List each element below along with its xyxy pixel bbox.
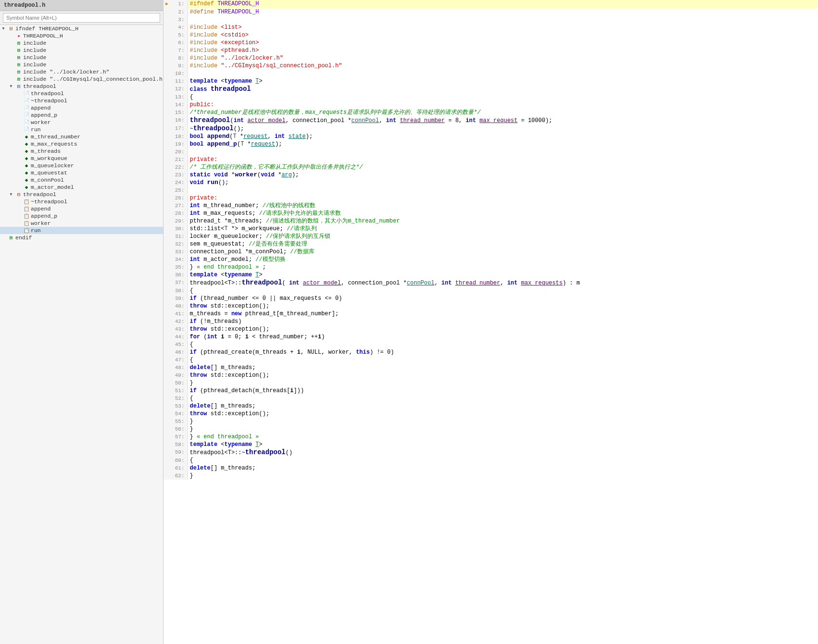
line-marker	[164, 70, 170, 77]
line-number: 37:	[170, 279, 188, 287]
line-number: 51:	[170, 387, 188, 395]
code-line-10: 10:	[164, 70, 818, 77]
code-content: static void *worker(void *arg);	[188, 171, 818, 179]
tree-item-dtor_impl[interactable]: 📋~threadpool	[0, 198, 163, 205]
tree-item-run[interactable]: 📄run	[0, 126, 163, 133]
code-area[interactable]: ►1:#ifndef THREADPOOL_H2:#define THREADP…	[164, 0, 818, 644]
tree-item-ifndef[interactable]: ▼⊟ifndef THREADPOOL_H	[0, 25, 163, 32]
tree-item-include_connpool[interactable]: ⊞include "../CGImysql/sql_connection_poo…	[0, 75, 163, 83]
tree-item-worker_impl[interactable]: 📋worker	[0, 220, 163, 227]
code-line-25: 25:	[164, 186, 818, 194]
type-icon: ◆	[22, 170, 31, 176]
type-icon: ◆	[22, 141, 31, 147]
code-content: pthread_t *m_threads; //描述线程池的数组，其大小为m_t…	[188, 217, 818, 225]
symbol-search-input[interactable]	[3, 13, 160, 23]
code-content: sem m_queuestat; //是否有任务需要处理	[188, 240, 818, 248]
code-line-32: 32: sem m_queuestat; //是否有任务需要处理	[164, 240, 818, 248]
tree-item-threadpool_impl[interactable]: ▼⊟threadpool	[0, 191, 163, 198]
tree-item-m_thread_number[interactable]: ◆m_thread_number	[0, 133, 163, 140]
code-content: #include <list>	[188, 24, 818, 31]
line-number: 17:	[170, 124, 188, 133]
line-number: 36:	[170, 271, 188, 279]
code-line-16: 16: threadpool(int actor_model, connecti…	[164, 116, 818, 124]
code-content: private:	[188, 156, 818, 163]
search-bar	[0, 11, 163, 25]
type-icon: 📋	[22, 228, 31, 234]
tree-item-threadpool_h[interactable]: ✦THREADPOOL_H	[0, 32, 163, 39]
line-marker	[164, 233, 170, 240]
line-number: 35:	[170, 263, 188, 271]
line-marker	[164, 248, 170, 256]
tree-item-m_queuestat[interactable]: ◆m_queuestat	[0, 169, 163, 176]
type-icon: ⊟	[14, 191, 23, 198]
code-line-36: 36:template <typename T>	[164, 271, 818, 279]
code-line-34: 34: int m_actor_model; //模型切换	[164, 256, 818, 263]
line-number: 59:	[170, 448, 188, 457]
tree-item-append_impl[interactable]: 📋append	[0, 205, 163, 212]
line-marker	[164, 47, 170, 54]
line-number: 53:	[170, 402, 188, 410]
line-number: 3:	[170, 16, 188, 24]
line-marker	[164, 186, 170, 194]
tree-item-include_cstdio[interactable]: ⊞include	[0, 47, 163, 54]
tree-item-m_connPool[interactable]: ◆m_connPool	[0, 176, 163, 184]
line-marker	[164, 116, 170, 124]
tree-item-m_queuelocker[interactable]: ◆m_queuelocker	[0, 162, 163, 169]
line-number: 2:	[170, 8, 188, 16]
tree-label: include "../CGImysql/sql_connection_pool…	[23, 76, 163, 82]
tree-item-worker[interactable]: 📄worker	[0, 119, 163, 126]
tree-item-endif[interactable]: ⊞endif	[0, 234, 163, 241]
code-line-22: 22: /* 工作线程运行的函数，它不断从工作队列中取出任务并执行之*/	[164, 163, 818, 171]
code-content: locker m_queuelocker; //保护请求队列的互斥锁	[188, 233, 818, 240]
tree-label: append_p	[31, 112, 57, 118]
tree-item-include_pthread[interactable]: ⊞include	[0, 61, 163, 68]
code-line-37: 37:threadpool<T>::threadpool( int actor_…	[164, 279, 818, 287]
code-content: threadpool(int actor_model, connection_p…	[188, 116, 818, 124]
code-content: delete[] m_threads;	[188, 364, 818, 372]
line-marker	[164, 271, 170, 279]
tree-item-m_max_requests[interactable]: ◆m_max_requests	[0, 140, 163, 148]
tree-item-include_locker[interactable]: ⊞include "../lock/locker.h"	[0, 68, 163, 75]
tree-item-include_exception[interactable]: ⊞include	[0, 54, 163, 61]
line-marker	[164, 464, 170, 472]
line-number: 18:	[170, 133, 188, 140]
code-content: bool append(T *request, int state);	[188, 133, 818, 140]
line-marker	[164, 341, 170, 348]
code-line-38: 38:{	[164, 287, 818, 295]
tree-label: threadpool	[31, 90, 64, 97]
tree-item-m_workqueue[interactable]: ◆m_workqueue	[0, 155, 163, 162]
line-number: 20:	[170, 148, 188, 156]
tree-label: m_actor_model	[31, 184, 74, 190]
tree-item-ctor[interactable]: 📄threadpool	[0, 90, 163, 97]
code-line-41: 41: m_threads = new pthread_t[m_thread_n…	[164, 310, 818, 318]
code-content: int m_actor_model; //模型切换	[188, 256, 818, 263]
line-number: 57:	[170, 433, 188, 441]
line-marker	[164, 39, 170, 47]
tree-item-dtor[interactable]: 📄~threadpool	[0, 97, 163, 104]
code-line-49: 49: throw std::exception();	[164, 372, 818, 379]
tree-label: ~threadpool	[31, 198, 67, 205]
tree-item-m_threads[interactable]: ◆m_threads	[0, 148, 163, 155]
tree-item-append_p[interactable]: 📄append_p	[0, 111, 163, 119]
tree-item-include_list[interactable]: ⊞include	[0, 39, 163, 47]
line-number: 23:	[170, 171, 188, 179]
line-number: 6:	[170, 39, 188, 47]
code-line-43: 43: throw std::exception();	[164, 325, 818, 333]
tree-label: m_queuestat	[31, 170, 67, 176]
tree-item-threadpool_class[interactable]: ▼⊟threadpool	[0, 83, 163, 90]
type-icon: ⊞	[14, 62, 23, 68]
code-content: throw std::exception();	[188, 325, 818, 333]
code-line-17: 17: ~threadpool();	[164, 124, 818, 133]
tree-item-append_p_impl[interactable]: 📋append_p	[0, 212, 163, 220]
tree-item-append[interactable]: 📄append	[0, 104, 163, 111]
tree-item-m_actor_model[interactable]: ◆m_actor_model	[0, 184, 163, 191]
tree-label: run	[31, 126, 41, 133]
line-marker	[164, 325, 170, 333]
code-line-52: 52: {	[164, 395, 818, 402]
type-icon: 📄	[22, 98, 31, 104]
code-line-54: 54: throw std::exception();	[164, 410, 818, 418]
line-marker	[164, 77, 170, 85]
code-line-24: 24: void run();	[164, 179, 818, 186]
tree-item-run_impl[interactable]: 📋run	[0, 227, 163, 234]
line-number: 12:	[170, 85, 188, 93]
